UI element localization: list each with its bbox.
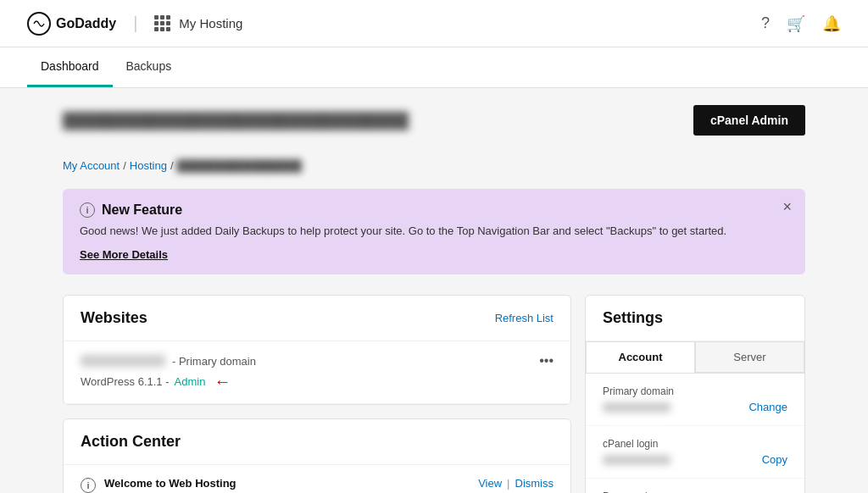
- action-item-title-1: Welcome to Web Hosting: [104, 477, 470, 490]
- action-item-info-icon-1: i: [81, 478, 96, 493]
- action-item-welcome: i Welcome to Web Hosting To help you get…: [64, 464, 570, 493]
- wp-info: WordPress 6.1.1 - Admin ←: [81, 372, 554, 391]
- settings-row-primary-domain: Primary domain Change: [586, 374, 804, 426]
- action-center-card: Action Center i Welcome to Web Hosting T…: [63, 418, 571, 493]
- breadcrumb: My Account / Hosting / ████████████████: [63, 159, 805, 172]
- settings-row-cpanel-login: cPanel login Copy: [586, 426, 804, 479]
- primary-domain-change[interactable]: Change: [748, 401, 787, 413]
- red-arrow-indicator: ←: [214, 372, 231, 391]
- main-columns: Websites Refresh List - Primary domain •…: [63, 295, 805, 493]
- cpanel-login-copy[interactable]: Copy: [762, 453, 787, 466]
- godaddy-logo-icon: [27, 12, 51, 36]
- content-area: ████████████████████████████████ cPanel …: [36, 88, 832, 493]
- banner-close-button[interactable]: ×: [782, 199, 792, 214]
- cpanel-login-value: Copy: [603, 453, 787, 466]
- settings-tab-account[interactable]: Account: [586, 341, 695, 373]
- action-item-content-1: Welcome to Web Hosting To help you get s…: [104, 477, 470, 493]
- left-column: Websites Refresh List - Primary domain •…: [63, 295, 571, 493]
- breadcrumb-my-account[interactable]: My Account: [63, 159, 120, 172]
- grid-icon: [154, 15, 170, 31]
- cpanel-login-blurred: [603, 455, 670, 465]
- bell-icon[interactable]: 🔔: [822, 14, 841, 33]
- primary-domain-blurred: [603, 402, 670, 413]
- primary-domain-value: Change: [603, 401, 787, 413]
- cpanel-admin-button[interactable]: cPanel Admin: [693, 105, 805, 136]
- cart-icon[interactable]: 🛒: [787, 14, 805, 33]
- primary-domain-label: Primary domain: [603, 385, 787, 397]
- website-domain: - Primary domain: [81, 355, 256, 368]
- settings-title: Settings: [586, 296, 804, 341]
- website-domain-blurred: [81, 355, 165, 367]
- action-dismiss-link-1[interactable]: Dismiss: [515, 477, 554, 490]
- primary-domain-badge: - Primary domain: [172, 355, 256, 368]
- websites-title: Websites: [81, 309, 147, 327]
- tab-backups[interactable]: Backups: [113, 47, 186, 87]
- website-menu-button[interactable]: •••: [539, 353, 554, 368]
- feature-banner-text: Good news! We just added Daily Backups t…: [80, 224, 788, 237]
- logo: GoDaddy: [27, 12, 116, 36]
- feature-banner-heading: New Feature: [102, 202, 182, 218]
- settings-tab-server[interactable]: Server: [695, 341, 804, 373]
- settings-row-password: Password •••••••• Change: [586, 479, 804, 493]
- action-separator-1: |: [507, 477, 509, 490]
- wp-version-text: WordPress 6.1.1 -: [81, 375, 170, 388]
- feature-banner: i New Feature Good news! We just added D…: [63, 189, 805, 274]
- breadcrumb-hosting[interactable]: Hosting: [130, 159, 167, 172]
- cpanel-login-label: cPanel login: [603, 438, 787, 450]
- action-item-links-1: View | Dismiss: [478, 477, 554, 490]
- header: GoDaddy | My Hosting ? 🛒 🔔: [0, 0, 868, 47]
- my-hosting-label: My Hosting: [179, 16, 242, 30]
- logo-text: GoDaddy: [56, 16, 116, 31]
- domain-title: ████████████████████████████████: [63, 112, 409, 130]
- admin-link[interactable]: Admin: [175, 375, 206, 388]
- action-center-title: Action Center: [64, 419, 570, 464]
- breadcrumb-sep-1: /: [123, 159, 126, 172]
- breadcrumb-sep-2: /: [170, 159, 174, 172]
- header-left: GoDaddy | My Hosting: [27, 12, 242, 36]
- settings-card: Settings Account Server Primary domain C…: [585, 295, 805, 493]
- tab-dashboard[interactable]: Dashboard: [27, 47, 113, 87]
- website-item-header: - Primary domain •••: [81, 353, 554, 368]
- header-title: My Hosting: [154, 15, 242, 31]
- nav-tabs: Dashboard Backups: [0, 47, 868, 88]
- header-icons: ? 🛒 🔔: [761, 14, 841, 33]
- top-bar: ████████████████████████████████ cPanel …: [63, 105, 805, 149]
- banner-info-icon: i: [80, 202, 95, 218]
- settings-tabs: Account Server: [586, 341, 804, 374]
- action-view-link-1[interactable]: View: [478, 477, 502, 490]
- website-item: - Primary domain ••• WordPress 6.1.1 - A…: [64, 341, 570, 404]
- feature-banner-title: i New Feature: [80, 202, 788, 218]
- see-more-details-link[interactable]: See More Details: [80, 248, 168, 261]
- websites-card-header: Websites Refresh List: [64, 296, 570, 341]
- header-divider: |: [133, 14, 137, 33]
- refresh-list-link[interactable]: Refresh List: [495, 312, 554, 324]
- breadcrumb-domain: ████████████████: [177, 159, 302, 172]
- websites-card: Websites Refresh List - Primary domain •…: [63, 295, 571, 405]
- help-icon[interactable]: ?: [761, 14, 770, 32]
